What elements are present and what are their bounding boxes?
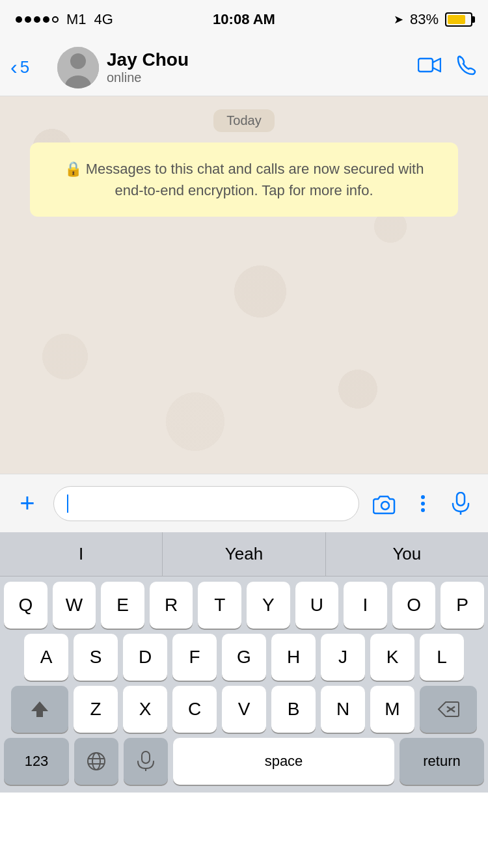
key-h[interactable]: H <box>271 634 316 681</box>
status-left: M1 4G <box>16 11 113 28</box>
svg-point-14 <box>92 753 100 770</box>
input-bar: + <box>0 474 488 532</box>
camera-button[interactable] <box>368 487 402 521</box>
video-call-icon[interactable] <box>418 56 441 79</box>
key-g[interactable]: G <box>222 634 266 681</box>
keyboard: Q W E R T Y U I O P A S D F G H J K L Z … <box>0 576 488 793</box>
key-p[interactable]: P <box>441 582 484 629</box>
key-q[interactable]: Q <box>4 582 47 629</box>
contact-status: online <box>107 70 410 85</box>
key-t[interactable]: T <box>198 582 241 629</box>
signal-dot-2 <box>25 16 31 23</box>
key-m[interactable]: M <box>370 686 414 733</box>
autocomplete-item-0[interactable]: I <box>0 532 163 576</box>
svg-rect-17 <box>142 752 150 763</box>
back-chevron-icon: ‹ <box>10 57 18 77</box>
key-o[interactable]: O <box>392 582 436 629</box>
nav-actions <box>418 55 478 80</box>
svg-point-6 <box>421 502 425 506</box>
autocomplete-bar: I Yeah You <box>0 532 488 576</box>
phone-icon[interactable] <box>457 55 478 80</box>
encryption-notice[interactable]: 🔒 Messages to this chat and calls are no… <box>30 142 458 217</box>
svg-point-1 <box>70 53 86 69</box>
key-e[interactable]: E <box>101 582 144 629</box>
key-n[interactable]: N <box>321 686 365 733</box>
key-backspace[interactable] <box>420 686 477 733</box>
status-time: 10:08 AM <box>213 11 275 28</box>
status-right: ➤ 83% <box>394 11 472 28</box>
key-space[interactable]: space <box>173 738 394 785</box>
signal-dots <box>16 16 59 23</box>
key-shift[interactable] <box>11 686 68 733</box>
key-c[interactable]: C <box>172 686 217 733</box>
svg-rect-3 <box>418 59 433 72</box>
nav-bar: ‹ 5 Jay Chou online <box>0 39 488 96</box>
battery-percentage: 83% <box>410 11 439 28</box>
key-w[interactable]: W <box>53 582 96 629</box>
key-r[interactable]: R <box>150 582 193 629</box>
key-f[interactable]: F <box>172 634 217 681</box>
key-globe[interactable] <box>74 738 118 785</box>
key-x[interactable]: X <box>123 686 167 733</box>
key-l[interactable]: L <box>420 634 464 681</box>
date-label: Today <box>10 109 478 132</box>
autocomplete-item-1[interactable]: Yeah <box>163 532 325 576</box>
avatar-placeholder <box>57 47 99 88</box>
more-options-button[interactable] <box>411 487 435 521</box>
chat-area: Today 🔒 Messages to this chat and calls … <box>0 96 488 474</box>
text-cursor <box>67 495 68 513</box>
chat-content: Today 🔒 Messages to this chat and calls … <box>0 96 488 230</box>
message-input[interactable] <box>53 486 359 521</box>
key-y[interactable]: Y <box>247 582 290 629</box>
back-button[interactable]: ‹ 5 <box>10 57 49 77</box>
date-badge: Today <box>213 109 274 132</box>
add-button[interactable]: + <box>10 487 44 521</box>
key-s[interactable]: S <box>74 634 118 681</box>
avatar-svg <box>57 47 99 88</box>
key-numbers[interactable]: 123 <box>4 738 69 785</box>
svg-point-13 <box>88 753 105 770</box>
key-return[interactable]: return <box>400 738 484 785</box>
keyboard-row-1: Q W E R T Y U I O P <box>0 576 488 629</box>
status-bar: M1 4G 10:08 AM ➤ 83% <box>0 0 488 39</box>
back-count-label: 5 <box>20 57 29 77</box>
key-a[interactable]: A <box>24 634 68 681</box>
voice-message-button[interactable] <box>444 487 478 521</box>
contact-avatar[interactable] <box>57 47 99 88</box>
key-mic[interactable] <box>124 738 168 785</box>
key-b[interactable]: B <box>271 686 316 733</box>
svg-marker-10 <box>31 701 48 717</box>
svg-rect-8 <box>457 493 465 506</box>
key-u[interactable]: U <box>295 582 339 629</box>
key-i[interactable]: I <box>344 582 387 629</box>
keyboard-bottom-row: 123 space return <box>0 733 488 793</box>
carrier-label: M1 <box>66 11 87 28</box>
signal-dot-3 <box>34 16 40 23</box>
key-d[interactable]: D <box>123 634 167 681</box>
network-label: 4G <box>94 11 113 28</box>
key-z[interactable]: Z <box>74 686 118 733</box>
key-k[interactable]: K <box>370 634 414 681</box>
battery-fill <box>448 15 465 24</box>
autocomplete-item-2[interactable]: You <box>326 532 488 576</box>
signal-dot-1 <box>16 16 22 23</box>
keyboard-row-2: A S D F G H J K L <box>0 629 488 681</box>
svg-point-5 <box>421 495 425 499</box>
signal-dot-4 <box>43 16 49 23</box>
key-j[interactable]: J <box>321 634 365 681</box>
contact-info: Jay Chou online <box>107 49 410 85</box>
svg-point-7 <box>421 508 425 512</box>
contact-name: Jay Chou <box>107 49 410 70</box>
svg-point-4 <box>381 502 389 509</box>
keyboard-row-3: Z X C V B N M <box>0 681 488 733</box>
signal-dot-5 <box>52 16 59 23</box>
key-v[interactable]: V <box>222 686 266 733</box>
battery-icon <box>445 12 472 27</box>
location-icon: ➤ <box>394 12 403 27</box>
